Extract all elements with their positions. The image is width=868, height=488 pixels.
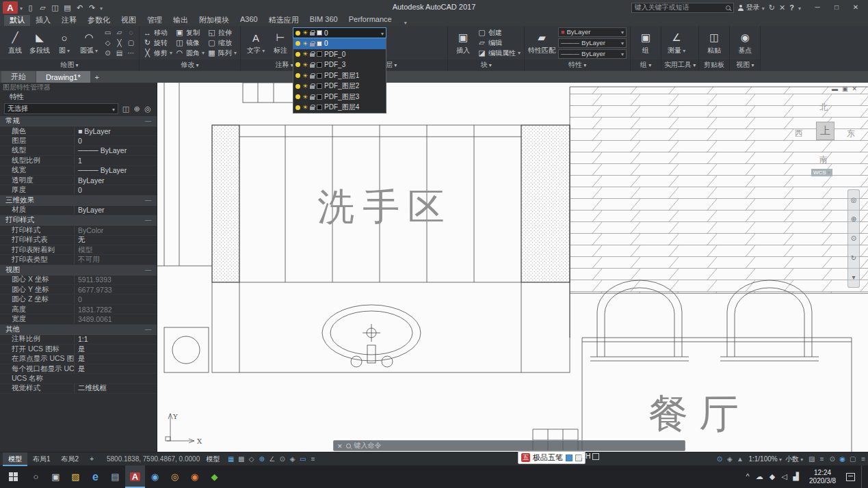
status-toggle-icon[interactable]: ◈ [287,455,298,463]
layer-option[interactable]: PDF_0 [293,49,386,60]
tab-start[interactable]: 开始 [1,71,36,83]
annotation-scale-button[interactable]: 1:1/100% [748,455,782,463]
tray-icon[interactable]: ◁ [781,473,787,480]
status-toggle-icon[interactable]: ⊕ [257,455,267,463]
layer-freeze-icon[interactable] [302,104,308,111]
ime-language-indicator[interactable]: CH [581,452,599,460]
property-value[interactable]: ──── ByLayer [74,166,157,174]
app-menu-chevron-icon[interactable] [20,3,23,12]
layer-on-icon[interactable] [295,94,300,99]
drawing-canvas[interactable]: 洗手区 餐厅 Y X ▬ ▣ ✕ 北 西 东 南 上 WCS [157,83,868,452]
layer-lock-icon[interactable] [310,96,315,100]
property-combo[interactable]: ——— ByLayer [558,49,627,59]
palette-tool-icon[interactable]: ◎ [143,105,153,113]
layer-lock-icon[interactable] [310,53,315,57]
draw-extra-icon[interactable]: ◌ [127,29,135,36]
view-cube[interactable]: 北 西 东 南 上 [793,102,856,170]
layer-on-icon[interactable] [295,84,300,89]
taskbar-app-button[interactable]: ◆ [205,465,224,488]
panel-label-utilities[interactable]: 实用工具 [661,59,698,70]
property-combo[interactable]: ■ ByLayer [558,27,627,37]
modify-tool-button[interactable]: ◫ 镜像 [175,38,205,48]
quick-access-chevron-icon[interactable] [100,3,103,12]
panel-label-clipboard[interactable]: 剪贴板 [699,59,729,70]
wcs-badge[interactable]: WCS [811,169,832,176]
quick-access-icon[interactable]: ↶ [74,3,86,12]
layer-on-icon[interactable] [295,41,300,46]
base-point-button[interactable]: ◉ 基点 [733,30,757,55]
layer-freeze-icon[interactable] [302,94,308,100]
quick-access-icon[interactable]: ↷ [86,3,98,12]
panel-label-view[interactable]: 视图 [730,59,760,70]
nav-tool-icon[interactable]: ↻ [851,254,856,262]
draw-extra-icon[interactable]: ▱ [115,29,124,36]
compass-south[interactable]: 南 [819,154,828,165]
help-search-box[interactable]: 键入关键字或短语 [631,3,734,13]
status-toggle-icon[interactable]: ◇ [246,455,257,463]
ribbon-tab[interactable]: BIM 360 [304,14,343,26]
ribbon-tab[interactable]: 精选应用 [263,14,304,26]
property-value[interactable]: ByLayer [74,206,157,214]
help-chevron-icon[interactable] [798,3,801,12]
draw-extra-icon[interactable]: ╳ [115,39,124,46]
drawing-restore-icon[interactable]: ▣ [842,85,848,92]
status-toggle-icon[interactable]: ▭ [298,455,308,463]
layer-option[interactable]: PDF_图层2 [293,81,386,92]
layer-color-swatch[interactable] [317,73,322,79]
section-header[interactable]: 常规 [0,116,20,126]
property-value[interactable]: 是 [74,354,157,364]
compass-east[interactable]: 东 [847,128,855,139]
layer-lock-icon[interactable] [310,75,315,79]
block-small-button[interactable]: ▱ 编辑 [477,38,521,48]
command-close-icon[interactable] [337,442,343,450]
compass-west[interactable]: 西 [795,128,803,139]
property-value[interactable]: 0 [74,137,157,145]
block-small-button[interactable]: ◪ 编辑属性 [477,48,521,58]
panel-label-properties[interactable]: 特性 [525,59,630,70]
property-value[interactable]: 二维线框 [74,383,157,393]
draw-extra-icon[interactable]: ▭ [103,29,112,36]
modify-tool-button[interactable]: ▢ 缩放 [207,38,237,48]
tray-icon[interactable]: ▟ [793,473,799,480]
annotation-toggle-icon[interactable]: ◈ [724,455,735,463]
draw-tool-button[interactable]: ◠ 圆弧 [77,30,101,55]
layer-color-swatch[interactable] [317,83,322,89]
layer-color-swatch[interactable] [317,105,322,110]
new-drawing-tab-button[interactable]: + [91,71,103,83]
section-header[interactable]: 三维效果 [0,195,34,205]
taskbar-app-button[interactable]: ◎ [165,465,185,488]
drawing-minimize-icon[interactable]: ▬ [832,85,838,92]
property-value[interactable]: 0 [74,295,157,303]
layer-option[interactable]: PDF_3 [293,59,386,70]
annotation-toggle-icon[interactable]: ⊙ [714,455,724,463]
measure-button[interactable]: ∠ 测量 [665,30,688,55]
taskbar-app-button[interactable]: e [86,465,105,488]
layer-on-icon[interactable] [295,105,300,110]
layout-tab[interactable]: 布局2 [56,452,85,466]
layer-option[interactable]: PDF_图层3 [293,92,386,103]
ribbon-tab[interactable]: 管理 [142,14,168,26]
status-toggle-icon[interactable]: ≡ [308,455,318,463]
property-value[interactable]: ■ ByLayer [74,127,157,135]
modify-tool-button[interactable]: ▦ 阵列 [207,48,237,58]
layer-color-swatch[interactable] [317,94,322,100]
ribbon-tab[interactable]: 输出 [168,14,194,26]
selection-dropdown[interactable]: 无选择 [4,103,118,114]
draw-extra-icon[interactable]: ▢ [127,39,135,46]
property-value[interactable]: 是 [74,364,157,374]
layer-combo[interactable]: 0 [293,27,386,38]
system-toggle-icon[interactable]: ▨ [806,455,817,463]
quick-access-icon[interactable]: ◫ [49,3,61,12]
property-value[interactable]: ByColor [74,226,157,234]
system-toggle-icon[interactable]: ◉ [837,455,847,463]
tray-icon[interactable]: ^ [746,473,749,480]
layer-freeze-icon[interactable] [302,40,308,47]
maximize-button[interactable] [827,1,846,14]
layer-lock-icon[interactable] [310,85,315,89]
status-toggle-icon[interactable]: ▦ [226,455,236,463]
property-value[interactable]: ──── ByLayer [74,146,157,154]
system-toggle-icon[interactable]: ⊙ [827,455,837,463]
nav-tool-icon[interactable]: ⊕ [851,215,856,223]
property-value[interactable]: 1:1 [74,335,157,343]
palette-tool-icon[interactable]: ⊕ [132,105,142,113]
